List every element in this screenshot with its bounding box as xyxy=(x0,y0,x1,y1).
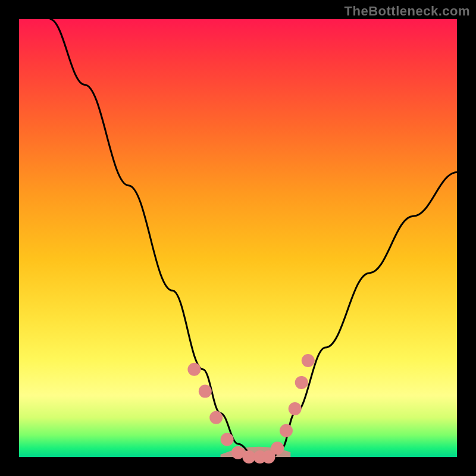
watermark-text: TheBottleneck.com xyxy=(345,4,470,19)
marker-dot xyxy=(209,411,223,424)
plot-area xyxy=(19,19,457,457)
marker-dot xyxy=(302,354,315,367)
chart-svg xyxy=(19,19,457,457)
marker-dot xyxy=(280,424,293,437)
marker-dot xyxy=(289,402,302,415)
marker-dot xyxy=(199,385,212,398)
bottleneck-curve xyxy=(50,19,457,457)
marker-dot xyxy=(295,376,308,389)
marker-dot xyxy=(221,433,234,446)
marker-dot xyxy=(271,441,284,455)
outer-frame: TheBottleneck.com xyxy=(0,0,476,476)
marker-dot xyxy=(187,363,201,376)
bottleneck-curve-path xyxy=(50,19,457,457)
